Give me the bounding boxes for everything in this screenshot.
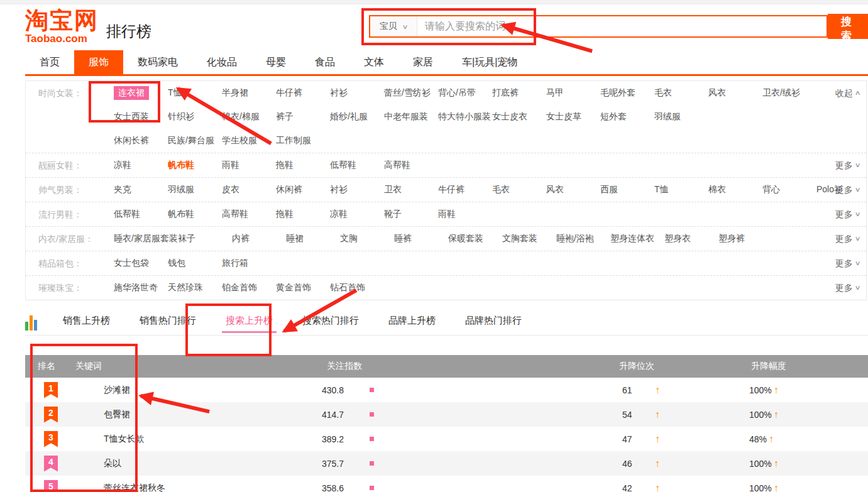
more-button[interactable]: 更多∨ xyxy=(835,202,860,226)
table-row[interactable]: 5蕾丝连衣裙秋冬358.642↑100%↑ xyxy=(25,476,868,492)
category-item[interactable]: 睡袍/浴袍 xyxy=(556,233,610,244)
keyword-cell[interactable]: 朵以 xyxy=(66,458,121,468)
category-item[interactable]: 毛衣 xyxy=(654,87,708,99)
category-item[interactable]: 半身裙 xyxy=(222,87,276,99)
category-item[interactable]: 塑身裤 xyxy=(718,233,772,244)
table-row[interactable]: 4朵以375.746↑100%↑ xyxy=(25,451,868,476)
category-item[interactable]: 毛衣 xyxy=(492,184,546,195)
category-item[interactable]: 靴子 xyxy=(384,209,438,220)
taobao-logo[interactable]: 淘宝网 Taobao.com xyxy=(25,9,99,44)
category-item[interactable]: 帆布鞋 xyxy=(168,209,222,220)
category-item[interactable]: 拖鞋 xyxy=(276,209,330,220)
category-item[interactable]: 黄金首饰 xyxy=(276,282,330,293)
search-input[interactable] xyxy=(417,16,827,36)
category-item[interactable]: 钱包 xyxy=(168,258,222,269)
category-item[interactable]: 高帮鞋 xyxy=(222,209,276,220)
category-item[interactable]: 风衣 xyxy=(708,87,762,99)
table-row[interactable]: 3T恤女长款389.247↑48%↑ xyxy=(25,427,868,451)
category-item[interactable]: 连衣裙 xyxy=(114,86,168,100)
category-item[interactable]: 羽绒服 xyxy=(654,111,708,123)
search-scope-select[interactable]: 宝贝 ∨ xyxy=(370,16,417,36)
category-item[interactable]: 帆布鞋 xyxy=(168,160,222,171)
category-item[interactable]: 打底裤 xyxy=(492,87,546,99)
more-button[interactable]: 更多∨ xyxy=(835,251,860,275)
search-button[interactable]: 搜 索 xyxy=(828,14,868,39)
category-item[interactable]: 马甲 xyxy=(546,87,600,99)
more-button[interactable]: 更多∨ xyxy=(835,227,860,251)
category-item[interactable]: 棉衣/棉服 xyxy=(222,111,276,123)
category-item[interactable]: 西服 xyxy=(600,184,654,195)
category-item[interactable]: 毛呢外套 xyxy=(600,87,654,99)
rank-tab[interactable]: 搜索热门排行 xyxy=(302,309,359,336)
category-item[interactable]: 针织衫 xyxy=(168,111,222,123)
category-item[interactable]: 中老年服装 xyxy=(384,111,438,123)
category-item[interactable]: 低帮鞋 xyxy=(330,160,384,171)
category-item[interactable]: 施华洛世奇 xyxy=(114,282,168,293)
more-button[interactable]: 更多∨ xyxy=(835,178,860,202)
keyword-cell[interactable]: 包臀裙 xyxy=(66,409,130,419)
category-item[interactable]: 休闲长裤 xyxy=(114,135,168,146)
nav-tab[interactable]: 食品 xyxy=(300,50,349,74)
category-item[interactable]: 衬衫 xyxy=(330,87,384,99)
category-item[interactable]: 塑身衣 xyxy=(664,233,718,244)
category-item[interactable]: T恤 xyxy=(654,184,708,195)
category-item[interactable]: 文胸套装 xyxy=(502,233,556,244)
category-item[interactable]: 凉鞋 xyxy=(330,209,384,220)
rank-tab[interactable]: 销售热门排行 xyxy=(140,309,196,336)
nav-tab[interactable]: 首页 xyxy=(25,50,74,74)
category-item[interactable]: 钻石首饰 xyxy=(330,282,384,293)
keyword-cell[interactable]: 蕾丝连衣裙秋冬 xyxy=(66,483,165,492)
category-item[interactable]: 背心 xyxy=(762,184,816,195)
category-item[interactable]: 蕾丝/雪纺衫 xyxy=(384,87,438,99)
nav-tab[interactable]: 数码家电 xyxy=(123,50,192,74)
rank-tab[interactable]: 品牌上升榜 xyxy=(388,309,436,336)
category-item[interactable]: 雨鞋 xyxy=(438,209,492,220)
category-item[interactable]: 睡裤 xyxy=(394,233,448,244)
category-item[interactable]: 学生校服 xyxy=(222,135,276,146)
category-item[interactable]: 特大特小服装 xyxy=(438,111,492,123)
category-item[interactable]: 工作制服 xyxy=(276,135,330,146)
table-row[interactable]: 2包臀裙414.754↑100%↑ xyxy=(25,402,868,427)
category-item[interactable]: 睡裙 xyxy=(286,233,340,244)
category-item[interactable]: 铂金首饰 xyxy=(222,282,276,293)
nav-tab[interactable]: 服饰 xyxy=(74,50,123,74)
category-item[interactable]: 低帮鞋 xyxy=(114,209,168,220)
category-item[interactable]: 卫衣 xyxy=(384,184,438,195)
category-item[interactable]: 皮衣 xyxy=(222,184,276,195)
category-item[interactable]: 塑身连体衣 xyxy=(610,233,664,244)
category-item[interactable]: 棉衣 xyxy=(708,184,762,195)
category-item[interactable]: 女士皮草 xyxy=(546,111,600,123)
category-item[interactable]: 衬衫 xyxy=(330,184,384,195)
rank-tab[interactable]: 搜索上升榜 xyxy=(226,309,273,336)
category-item[interactable]: 女士皮衣 xyxy=(492,111,546,123)
category-item[interactable]: 羽绒服 xyxy=(168,184,222,195)
nav-tab[interactable]: 母婴 xyxy=(251,50,300,74)
category-item[interactable]: 女士包袋 xyxy=(114,258,168,269)
category-item[interactable]: 短外套 xyxy=(600,111,654,123)
keyword-cell[interactable]: 沙滩裙 xyxy=(66,385,130,395)
category-item[interactable]: 女士西装 xyxy=(114,111,168,123)
more-button[interactable]: 更多∨ xyxy=(835,153,860,177)
category-item[interactable]: 卫衣/绒衫 xyxy=(762,87,816,99)
category-item[interactable]: T恤 xyxy=(168,87,222,99)
nav-tab[interactable]: 家居 xyxy=(398,50,448,74)
category-item[interactable]: 婚纱/礼服 xyxy=(330,111,384,123)
category-item[interactable]: 文胸 xyxy=(340,233,394,244)
rank-tab[interactable]: 销售上升榜 xyxy=(63,309,110,336)
category-item[interactable]: 休闲裤 xyxy=(276,184,330,195)
category-item[interactable]: 高帮鞋 xyxy=(384,160,438,171)
nav-tab[interactable]: 文体 xyxy=(349,50,398,74)
category-item[interactable]: 保暖套装 xyxy=(448,233,502,244)
category-item[interactable]: 凉鞋 xyxy=(114,160,168,171)
collapse-button[interactable]: 收起∧ xyxy=(835,81,860,105)
category-item[interactable]: 牛仔裤 xyxy=(276,87,330,99)
category-item[interactable]: 天然珍珠 xyxy=(168,282,222,293)
category-item[interactable]: 民族/舞台服 xyxy=(168,135,222,146)
category-item[interactable]: 拖鞋 xyxy=(276,160,330,171)
nav-tab[interactable]: 车|玩具|宠物 xyxy=(448,50,532,74)
rank-tab[interactable]: 品牌热门排行 xyxy=(465,309,522,336)
category-item[interactable]: 睡衣/家居服套装 xyxy=(114,233,178,244)
nav-tab[interactable]: 化妆品 xyxy=(192,50,251,74)
category-item[interactable]: 夹克 xyxy=(114,184,168,195)
category-item[interactable]: 内裤 xyxy=(232,233,286,244)
